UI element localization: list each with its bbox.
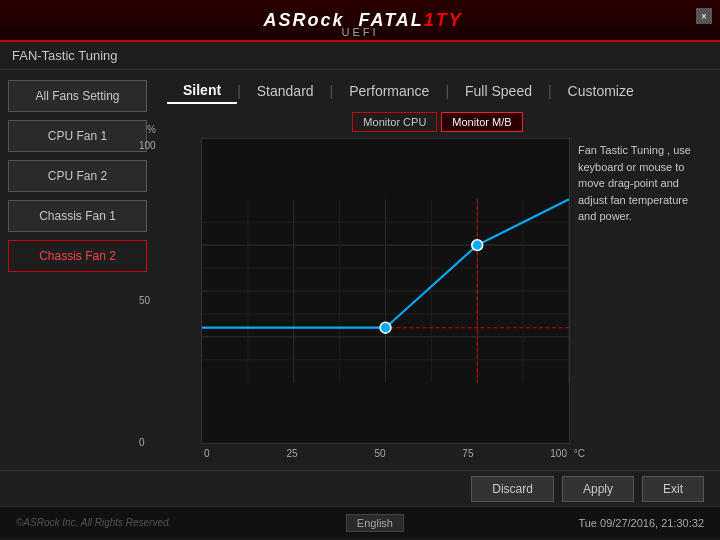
x-label-100: 100	[550, 448, 567, 459]
x-label-75: 75	[462, 448, 473, 459]
title-bar: FAN-Tastic Tuning	[0, 42, 720, 70]
uefi-label: UEFI	[341, 26, 378, 38]
y-val-0: 0	[139, 437, 145, 448]
bottom-bar: Discard Apply Exit	[0, 470, 720, 506]
content-area: Silent | Standard | Performance | Full S…	[155, 70, 720, 470]
sidebar: All Fans Setting CPU Fan 1 CPU Fan 2 Cha…	[0, 70, 155, 470]
page-title: FAN-Tastic Tuning	[12, 48, 118, 63]
language-selector[interactable]: English	[346, 514, 404, 532]
apply-button[interactable]: Apply	[562, 476, 634, 502]
monitor-buttons: Monitor CPU Monitor M/B	[167, 112, 708, 132]
status-bar: ©ASRock Inc. All Rights Reserved. Englis…	[0, 506, 720, 538]
discard-button[interactable]: Discard	[471, 476, 554, 502]
sidebar-item-chassis-fan2[interactable]: Chassis Fan 2	[8, 240, 147, 272]
header: ASRock FATAL1TY UEFI ×	[0, 0, 720, 42]
y-val-100: 100	[139, 140, 156, 151]
x-label-25: 25	[286, 448, 297, 459]
fan-chart[interactable]: 0 25 50 75 100 °C	[201, 138, 570, 444]
sidebar-item-cpu-fan1[interactable]: CPU Fan 1	[8, 120, 147, 152]
exit-button[interactable]: Exit	[642, 476, 704, 502]
info-panel: Fan Tastic Tuning , use keyboard or mous…	[578, 138, 708, 462]
tab-performance[interactable]: Performance	[333, 79, 445, 103]
monitor-mb-button[interactable]: Monitor M/B	[441, 112, 522, 132]
tab-silent[interactable]: Silent	[167, 78, 237, 104]
y-val-50: 50	[139, 295, 150, 306]
svg-point-18	[380, 322, 391, 333]
tab-customize[interactable]: Customize	[552, 79, 650, 103]
tab-standard[interactable]: Standard	[241, 79, 330, 103]
y-axis-label: %	[147, 124, 156, 135]
tab-bar: Silent | Standard | Performance | Full S…	[167, 78, 708, 104]
datetime-display: Tue 09/27/2016, 21:30:32	[578, 517, 704, 529]
sidebar-item-chassis-fan1[interactable]: Chassis Fan 1	[8, 200, 147, 232]
x-label-0: 0	[204, 448, 210, 459]
svg-point-19	[472, 240, 483, 251]
info-text: Fan Tastic Tuning , use keyboard or mous…	[578, 144, 691, 222]
tab-fullspeed[interactable]: Full Speed	[449, 79, 548, 103]
main-content: All Fans Setting CPU Fan 1 CPU Fan 2 Cha…	[0, 70, 720, 470]
close-button[interactable]: ×	[696, 8, 712, 24]
sidebar-item-all-fans[interactable]: All Fans Setting	[8, 80, 147, 112]
x-unit: °C	[574, 448, 585, 459]
sidebar-item-cpu-fan2[interactable]: CPU Fan 2	[8, 160, 147, 192]
chart-area: % 100 50 0	[167, 138, 708, 462]
x-label-50: 50	[374, 448, 385, 459]
status-logo: ©ASRock Inc. All Rights Reserved.	[16, 517, 171, 528]
monitor-cpu-button[interactable]: Monitor CPU	[352, 112, 437, 132]
chart-svg	[202, 139, 569, 443]
